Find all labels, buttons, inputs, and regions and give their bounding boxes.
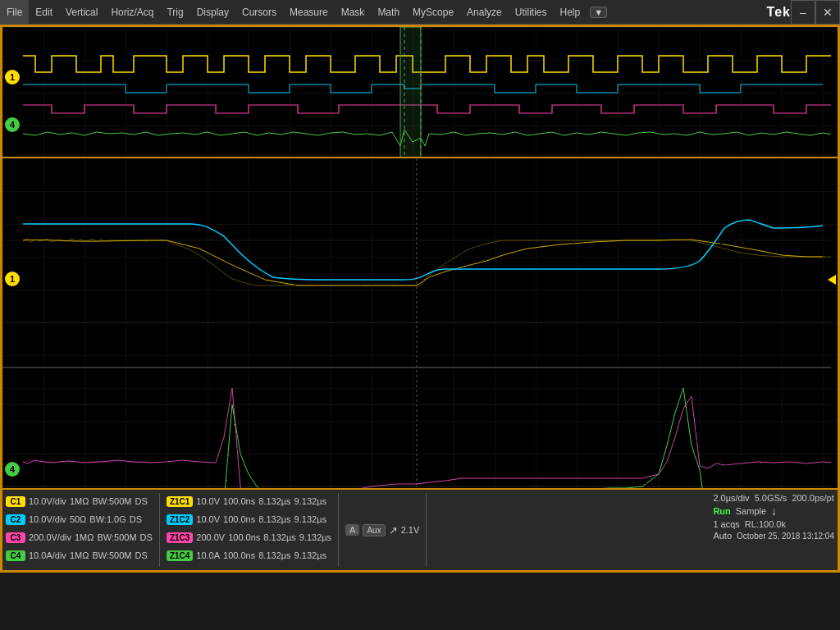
ch3-vdiv: 200.0V/div — [29, 532, 71, 542]
z1c4-t2: 8.132µs — [258, 550, 290, 560]
overview-ch1-marker: 1 — [5, 70, 20, 84]
ch1-ds: DS — [135, 496, 147, 506]
z1c1-t2: 8.132µs — [258, 496, 290, 506]
ch4-imp: 1MΩ — [70, 550, 89, 560]
divider-2 — [338, 493, 339, 567]
tek-logo: Tek — [767, 5, 791, 20]
menu-help[interactable]: Help — [553, 0, 587, 24]
ch4-ds: DS — [135, 550, 147, 560]
trigger-slope-icon: ↗ — [389, 524, 398, 536]
run-status: Run — [713, 506, 730, 516]
zoom-channel-info-block: Z1C1 10.0V 100.0ns 8.132µs 9.132µs Z1C2 … — [167, 493, 331, 567]
trigger-row: A Aux ↗ 2.1V — [345, 522, 419, 538]
menu-file[interactable]: File — [0, 0, 29, 24]
ch1-label[interactable]: C1 — [6, 496, 25, 507]
z1c4-row: Z1C4 10.0A 100.0ns 8.132µs 9.132µs — [167, 547, 331, 564]
main-ch1-marker: 1 — [5, 272, 20, 286]
z1c1-row: Z1C1 10.0V 100.0ns 8.132µs 9.132µs — [167, 493, 331, 509]
trigger-block: A Aux ↗ 2.1V — [345, 493, 419, 567]
ch1-bw: BW:500M — [92, 496, 131, 506]
main-waveform-svg — [2, 158, 838, 488]
z1c2-label: Z1C2 — [167, 514, 193, 525]
run-status-row: Run Sample ↓ — [713, 504, 834, 518]
auto-mode: Auto — [713, 531, 732, 541]
menu-dropdown-arrow[interactable]: ▼ — [590, 7, 607, 18]
ch3-imp: 1MΩ — [75, 532, 94, 542]
rl-value: RL:100.0k — [745, 519, 786, 529]
channel-info-block: C1 10.0V/div 1MΩ BW:500M DS C2 10.0V/div… — [6, 493, 153, 567]
trigger-mode: A — [345, 524, 359, 536]
overview-strip: 1 4 — [2, 27, 838, 158]
ch2-vdiv: 10.0V/div — [29, 514, 66, 524]
z1c3-row: Z1C3 200.0V 100.0ns 8.132µs 9.132µs — [167, 529, 331, 546]
ch4-row: C4 10.0A/div 1MΩ BW:500M DS — [6, 547, 153, 564]
datetime-row: Auto October 25, 2018 13:12:04 — [713, 531, 834, 541]
trigger-down-icon: ↓ — [771, 504, 777, 518]
z1c3-t3: 9.132µs — [299, 532, 331, 542]
z1c4-t3: 9.132µs — [294, 550, 326, 560]
z1c2-val: 10.0V — [196, 514, 220, 524]
ch1-vdiv: 10.0V/div — [29, 496, 66, 506]
menu-edit[interactable]: Edit — [29, 0, 59, 24]
menu-display[interactable]: Display — [190, 0, 235, 24]
ch2-row: C2 10.0V/div 50Ω BW:1.0G DS — [6, 511, 153, 527]
z1c1-val: 10.0V — [196, 496, 220, 506]
samplerate-value: 5.0GS/s — [755, 493, 788, 503]
ch4-label[interactable]: C4 — [6, 550, 25, 561]
svg-rect-4 — [2, 158, 838, 488]
window-controls: – ✕ — [791, 0, 840, 25]
menu-trig[interactable]: Trig — [160, 0, 189, 24]
close-button[interactable]: ✕ — [815, 0, 840, 25]
acqs-count: 1 acqs — [713, 519, 739, 529]
timebase-row: 2.0µs/div 5.0GS/s 200.0ps/pt — [713, 493, 834, 503]
overview-waveform-svg — [2, 27, 838, 157]
main-waveform: 1 4 — [2, 158, 838, 488]
minimize-button[interactable]: – — [791, 0, 815, 25]
menu-analyze[interactable]: Analyze — [460, 0, 509, 24]
z1c3-t1: 100.0ns — [228, 532, 260, 542]
z1c4-val: 10.0A — [196, 550, 220, 560]
menu-myscope[interactable]: MyScope — [406, 0, 460, 24]
ch3-bw: BW:500M — [98, 532, 137, 542]
sample-type: Sample — [736, 506, 766, 516]
status-bar: C1 10.0V/div 1MΩ BW:500M DS C2 10.0V/div… — [2, 488, 838, 570]
divider-1 — [159, 493, 160, 567]
ch4-vdiv: 10.0A/div — [29, 550, 66, 560]
ch3-label[interactable]: C3 — [6, 532, 25, 543]
ch2-ds: DS — [130, 514, 142, 524]
menu-math[interactable]: Math — [371, 0, 406, 24]
menu-vertical[interactable]: Vertical — [59, 0, 104, 24]
z1c2-t2: 8.132µs — [258, 514, 290, 524]
ch1-imp: 1MΩ — [70, 496, 89, 506]
z1c1-t3: 9.132µs — [294, 496, 326, 506]
z1c1-label: Z1C1 — [167, 496, 193, 507]
trigger-aux[interactable]: Aux — [363, 524, 385, 536]
z1c4-label: Z1C4 — [167, 550, 193, 561]
z1c1-t1: 100.0ns — [223, 496, 255, 506]
ch1-row: C1 10.0V/div 1MΩ BW:500M DS — [6, 493, 153, 509]
ch2-imp: 50Ω — [70, 514, 86, 524]
z1c2-row: Z1C2 10.0V 100.0ns 8.132µs 9.132µs — [167, 511, 331, 527]
scope-area: 1 4 — [0, 25, 840, 573]
menu-mask[interactable]: Mask — [335, 0, 372, 24]
menu-cursors[interactable]: Cursors — [235, 0, 283, 24]
divider-3 — [426, 493, 427, 567]
ch4-bw: BW:500M — [92, 550, 131, 560]
right-status-block: 2.0µs/div 5.0GS/s 200.0ps/pt Run Sample … — [713, 493, 834, 567]
menu-measure[interactable]: Measure — [283, 0, 335, 24]
acqs-row: 1 acqs RL:100.0k — [713, 519, 834, 529]
svg-rect-3 — [400, 27, 421, 157]
ch2-label[interactable]: C2 — [6, 514, 25, 525]
menu-horiz-acq[interactable]: Horiz/Acq — [104, 0, 160, 24]
tdiv-value: 2.0µs/div — [713, 493, 749, 503]
z1c2-t1: 100.0ns — [223, 514, 255, 524]
trigger-level: 2.1V — [401, 525, 420, 535]
z1c3-t2: 8.132µs — [263, 532, 295, 542]
ch3-row: C3 200.0V/div 1MΩ BW:500M DS — [6, 529, 153, 546]
ch2-bw: BW:1.0G — [89, 514, 126, 524]
z1c3-label: Z1C3 — [167, 532, 193, 543]
menu-utilities[interactable]: Utilities — [509, 0, 554, 24]
z1c3-val: 200.0V — [196, 532, 225, 542]
overview-ch4-marker: 4 — [5, 117, 20, 132]
reclen-value: 200.0ps/pt — [792, 493, 833, 503]
